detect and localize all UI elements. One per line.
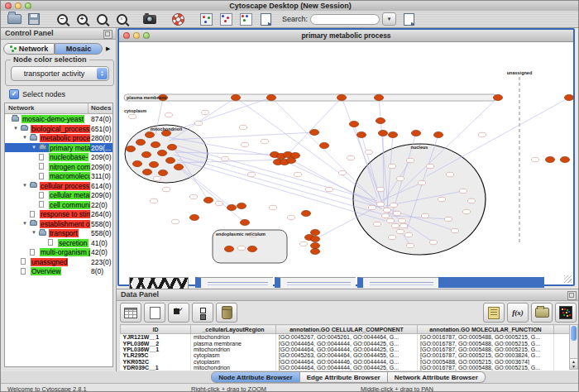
tree-item[interactable]: ▼metabolic process280(0): [5, 133, 112, 143]
gene-node[interactable]: [151, 141, 160, 147]
function-builder-button[interactable]: f(x): [507, 303, 529, 323]
gene-node[interactable]: [376, 117, 385, 123]
gene-node[interactable]: [237, 203, 246, 208]
gene-node[interactable]: [396, 229, 404, 233]
gene-node[interactable]: [301, 210, 310, 216]
show-table-button[interactable]: [120, 303, 141, 323]
background-window-fragment[interactable]: [357, 277, 438, 288]
snapshot-button[interactable]: [140, 12, 160, 26]
gene-node[interactable]: [404, 232, 412, 237]
gene-node[interactable]: [459, 189, 467, 193]
gene-node[interactable]: [462, 209, 470, 213]
copy-network-button[interactable]: [216, 12, 236, 26]
gene-node[interactable]: [309, 129, 318, 135]
tree-item[interactable]: ▼primary metabo209(...: [5, 143, 112, 153]
gene-node[interactable]: [338, 170, 346, 174]
background-window-fragment[interactable]: [195, 277, 273, 288]
tab-overflow-icon[interactable]: ▶: [106, 45, 110, 52]
edge[interactable]: [285, 98, 342, 158]
gene-node[interactable]: [221, 156, 228, 160]
tree-item[interactable]: ▼transport558(0): [5, 228, 112, 238]
overview-button[interactable]: [196, 12, 216, 26]
gene-node[interactable]: [564, 94, 573, 100]
column-header[interactable]: _cellularLayoutRegion: [191, 325, 276, 334]
gene-node[interactable]: [349, 121, 358, 127]
edge[interactable]: [427, 98, 569, 176]
gene-node[interactable]: [128, 114, 136, 118]
gene-node[interactable]: [227, 204, 236, 210]
tab-edge-attribute-browser[interactable]: Edge Attribute Browser: [300, 371, 388, 383]
expand-arrow-icon[interactable]: ▼: [22, 135, 27, 140]
gene-node[interactable]: [421, 213, 428, 218]
gene-node[interactable]: [247, 172, 255, 176]
gene-node[interactable]: [438, 197, 445, 201]
gene-node[interactable]: [373, 222, 380, 226]
column-header[interactable]: annotation.GO CELLULAR_COMPONENT: [276, 325, 418, 334]
gene-node[interactable]: [145, 131, 154, 137]
gene-node[interactable]: [269, 205, 276, 209]
gene-node[interactable]: [237, 246, 245, 250]
gene-node[interactable]: [560, 156, 569, 162]
background-window-fragment[interactable]: [275, 277, 356, 288]
float-panel-icon[interactable]: [567, 291, 577, 300]
gene-node[interactable]: [374, 94, 383, 100]
gene-node[interactable]: [157, 150, 166, 155]
gene-node[interactable]: [347, 155, 354, 160]
gene-node[interactable]: [142, 169, 151, 174]
table-row[interactable]: YPL036W__2plasma membrane[GO:0044464, GO…: [121, 340, 579, 346]
table-row[interactable]: YPL036W__1mitochondrion[GO:0044464, GO:0…: [121, 347, 579, 352]
gene-node[interactable]: [194, 121, 202, 125]
gene-node[interactable]: [240, 219, 249, 225]
tree-item[interactable]: Overview8(0): [5, 266, 112, 276]
gene-node[interactable]: [299, 241, 307, 246]
expand-arrow-icon[interactable]: ▼: [31, 230, 36, 235]
gene-node[interactable]: [149, 161, 158, 167]
gene-node[interactable]: [165, 157, 175, 163]
gene-node[interactable]: [310, 242, 319, 248]
gene-node[interactable]: [189, 194, 197, 198]
gene-node[interactable]: [189, 214, 199, 220]
gene-node[interactable]: [294, 172, 301, 176]
unselect-attributes-button[interactable]: [192, 303, 213, 323]
select-attributes-button[interactable]: [168, 303, 189, 323]
network-view-window[interactable]: primary metabolic process plasma membran…: [117, 28, 575, 286]
gene-node[interactable]: [162, 187, 170, 191]
column-header[interactable]: ID: [121, 325, 191, 334]
gene-node[interactable]: [325, 187, 333, 191]
gene-node[interactable]: [261, 139, 268, 143]
gene-node[interactable]: [290, 152, 299, 158]
gene-node[interactable]: [400, 223, 407, 227]
tree-item[interactable]: mosaic-demo-yeast874(0): [5, 114, 112, 124]
expand-arrow-icon[interactable]: ▼: [31, 145, 36, 150]
float-panel-icon[interactable]: [103, 30, 112, 39]
gene-node[interactable]: [388, 164, 395, 168]
zoom-out-button[interactable]: −: [52, 12, 72, 26]
gene-node[interactable]: [406, 243, 414, 247]
scrollbar-thumb[interactable]: [571, 326, 577, 341]
tab-network-attribute-browser[interactable]: Network Attribute Browser: [388, 371, 486, 383]
gene-node[interactable]: [386, 218, 394, 222]
gene-node[interactable]: [171, 219, 179, 223]
table-scrollbar[interactable]: ▲▼: [569, 324, 578, 370]
table-row[interactable]: YDR039C__1mitochondrion[GO:0044464, GO:0…: [121, 365, 579, 370]
delete-attribute-button[interactable]: [216, 303, 237, 323]
gene-node[interactable]: [388, 235, 395, 239]
expand-arrow-icon[interactable]: ▼: [22, 183, 27, 188]
gene-node[interactable]: [426, 164, 433, 168]
gene-node[interactable]: [376, 202, 384, 206]
tree-item[interactable]: response to stimul264(0): [5, 209, 112, 219]
gene-node[interactable]: [406, 158, 414, 162]
tab-mosaic[interactable]: Mosaic: [55, 43, 103, 55]
gene-node[interactable]: [239, 125, 246, 129]
gene-node[interactable]: [446, 172, 453, 176]
import-attributes-button[interactable]: [531, 303, 553, 323]
gene-node[interactable]: [444, 217, 452, 221]
gene-node[interactable]: [126, 146, 135, 151]
gene-node[interactable]: [393, 211, 400, 215]
table-row[interactable]: YLR295Ccytoplasm[GO:0045263, GO:0044464,…: [121, 352, 579, 358]
gene-node[interactable]: [493, 94, 502, 100]
gene-node[interactable]: [478, 132, 486, 136]
gene-node[interactable]: [136, 139, 145, 145]
network-canvas[interactable]: plasma membranecytoplasmmitochondrionend…: [119, 42, 573, 284]
tree-item[interactable]: macromolecule311(0): [5, 171, 112, 181]
